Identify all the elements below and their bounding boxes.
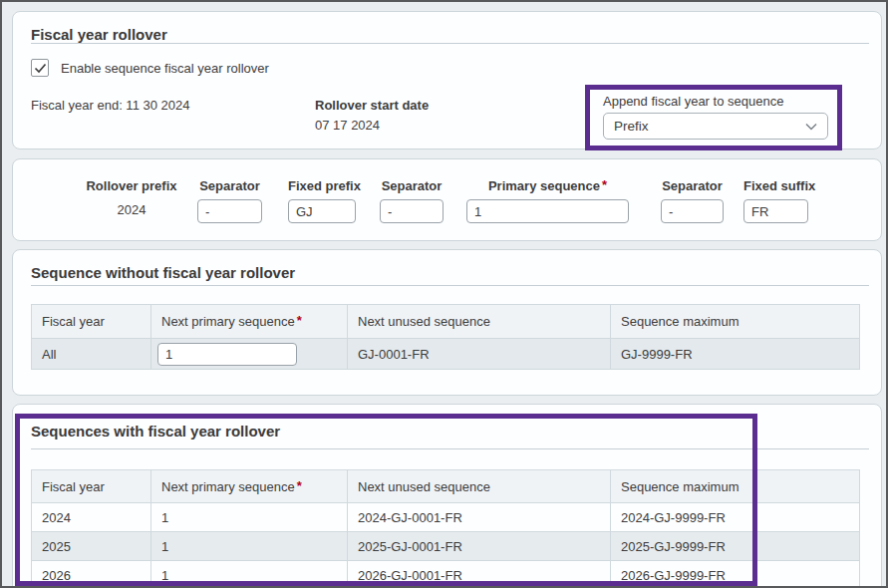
fixed-suffix-label: Fixed suffix: [743, 176, 808, 196]
sequence-maximum-cell: GJ-9999-FR: [611, 339, 860, 370]
sequences-with-rollover-highlight-box: [15, 414, 757, 586]
separator-input-2[interactable]: [380, 199, 444, 223]
next-primary-sequence-input[interactable]: [157, 343, 297, 366]
rollover-start-date-value: 07 17 2024: [315, 118, 380, 133]
primary-sequence-label: Primary sequence*: [466, 176, 629, 196]
checkmark-icon: [34, 63, 47, 74]
append-fiscal-year-highlight-box: Append fiscal year to sequence Prefix: [585, 85, 842, 150]
next-primary-sequence-cell: [151, 339, 348, 370]
table-row: All GJ-0001-FR GJ-9999-FR: [32, 339, 860, 370]
sequence-builder-card: Rollover prefix 2024 Separator Fixed pre…: [12, 158, 882, 241]
title-divider: [31, 285, 869, 286]
title-divider: [31, 43, 869, 44]
append-fiscal-year-label: Append fiscal year to sequence: [603, 94, 783, 109]
fiscal-year-cell: All: [32, 339, 151, 370]
primary-sequence-input[interactable]: [466, 199, 629, 223]
col-header-fiscal-year: Fiscal year: [32, 305, 151, 339]
separator-input-1[interactable]: [197, 199, 262, 223]
sequence-without-rollover-table: Fiscal year Next primary sequence* Next …: [31, 304, 860, 370]
chevron-down-icon: [805, 123, 817, 131]
rollover-start-date-label: Rollover start date: [315, 98, 429, 113]
sequence-without-rollover-title: Sequence without fiscal year rollover: [31, 264, 295, 281]
enable-rollover-label: Enable sequence fiscal year rollover: [61, 61, 269, 76]
col-header-next-unused-sequence: Next unused sequence: [348, 305, 611, 339]
enable-rollover-row: Enable sequence fiscal year rollover: [31, 59, 269, 77]
fixed-suffix-input[interactable]: [743, 199, 808, 223]
required-asterisk: *: [602, 177, 607, 192]
separator-input-3[interactable]: [661, 199, 724, 223]
separator-field-3: Separator: [661, 176, 724, 223]
rollover-prefix-label: Rollover prefix: [73, 176, 190, 196]
col-header-sequence-maximum: Sequence maximum: [611, 305, 860, 339]
append-fiscal-year-selected-value: Prefix: [614, 119, 805, 134]
fixed-prefix-label: Fixed prefix: [288, 176, 356, 196]
fiscal-year-rollover-screen: Fiscal year rollover Enable sequence fis…: [0, 0, 888, 588]
required-asterisk: *: [297, 313, 302, 328]
fiscal-year-rollover-title: Fiscal year rollover: [31, 26, 167, 43]
fixed-suffix-field: Fixed suffix: [743, 176, 808, 223]
separator-field-2: Separator: [380, 176, 444, 223]
sequence-without-rollover-card: Sequence without fiscal year rollover Fi…: [12, 249, 882, 396]
rollover-prefix-field: Rollover prefix 2024: [73, 176, 190, 222]
separator-label: Separator: [380, 176, 444, 196]
fixed-prefix-input[interactable]: [288, 199, 356, 223]
table-header-row: Fiscal year Next primary sequence* Next …: [32, 305, 860, 339]
next-unused-sequence-cell: GJ-0001-FR: [348, 339, 611, 370]
fixed-prefix-field: Fixed prefix: [288, 176, 356, 223]
separator-field-1: Separator: [197, 176, 262, 223]
rollover-prefix-value: 2024: [73, 198, 190, 222]
append-fiscal-year-select[interactable]: Prefix: [603, 113, 828, 140]
separator-label: Separator: [661, 176, 724, 196]
fiscal-year-end-text: Fiscal year end: 11 30 2024: [31, 98, 189, 113]
primary-sequence-field: Primary sequence*: [466, 176, 629, 223]
enable-rollover-checkbox[interactable]: [31, 59, 49, 77]
separator-label: Separator: [197, 176, 262, 196]
col-header-next-primary-sequence: Next primary sequence*: [151, 305, 348, 339]
